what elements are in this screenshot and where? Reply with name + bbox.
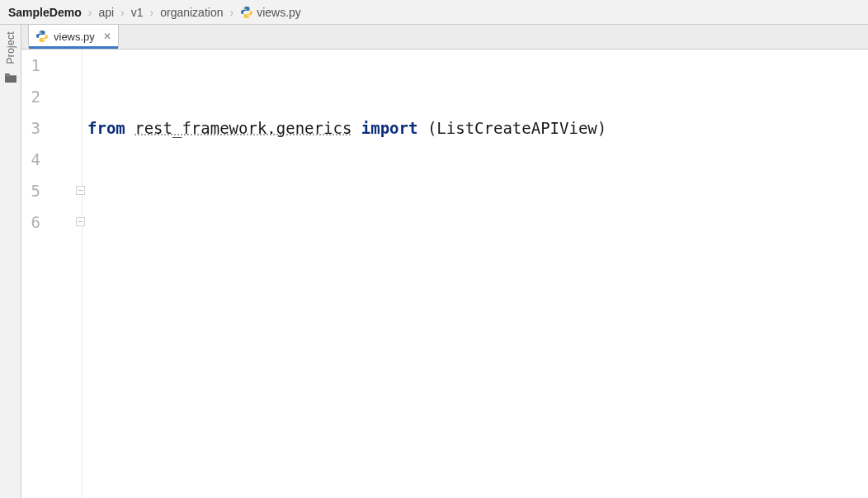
breadcrumb-separator: › xyxy=(150,6,154,19)
code-line: class OrganizationAPI(ListCreateAPIView)… xyxy=(87,489,868,498)
code-line xyxy=(87,301,868,332)
code-line: from rest_framework.generics import (Lis… xyxy=(87,112,868,144)
tab-label: views.py xyxy=(54,31,95,43)
breadcrumb-separator: › xyxy=(120,6,125,19)
line-number: 6 xyxy=(21,206,40,238)
code-area[interactable]: from rest_framework.generics import (Lis… xyxy=(83,50,868,498)
breadcrumb-file-label: views.py xyxy=(257,6,301,19)
breadcrumb-dir-api[interactable]: api xyxy=(98,6,114,19)
breadcrumb-separator: › xyxy=(88,6,92,19)
breadcrumb-file[interactable]: views.py xyxy=(240,6,301,19)
tool-window-strip: Project xyxy=(0,25,21,498)
code-editor[interactable]: 1 2 3 4 5 6 – – from rest_framework.gene… xyxy=(21,50,868,498)
breadcrumb-dir-organization[interactable]: organization xyxy=(160,6,223,19)
line-number: 2 xyxy=(21,81,40,112)
code-line xyxy=(87,206,868,238)
python-file-icon xyxy=(240,6,253,19)
line-number: 4 xyxy=(21,144,40,175)
breadcrumb: SampleDemo › api › v1 › organization › v… xyxy=(0,0,868,25)
folder-icon[interactable] xyxy=(4,72,17,83)
breadcrumb-separator: › xyxy=(229,6,234,19)
line-number: 1 xyxy=(21,50,40,81)
breadcrumb-project[interactable]: SampleDemo xyxy=(8,6,82,19)
breadcrumb-dir-v1[interactable]: v1 xyxy=(131,6,144,19)
close-tab-icon[interactable]: ✕ xyxy=(103,31,111,42)
tool-project-label[interactable]: Project xyxy=(5,31,17,64)
line-number: 5 xyxy=(21,175,40,206)
line-number: 3 xyxy=(21,112,40,144)
gutter: 1 2 3 4 5 6 – – xyxy=(21,50,83,498)
code-line xyxy=(87,395,868,426)
tab-views-py[interactable]: views.py ✕ xyxy=(28,24,119,49)
editor-tabbar: views.py ✕ xyxy=(21,25,868,50)
python-file-icon xyxy=(35,30,49,43)
